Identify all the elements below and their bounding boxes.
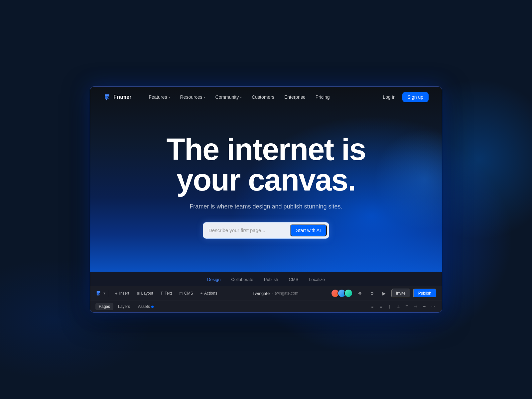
tab-assets[interactable]: Assets [135, 303, 157, 310]
framer-logo-icon [103, 93, 111, 101]
toolbar-insert-button[interactable]: + Insert [112, 289, 132, 298]
chevron-down-icon: ▾ [169, 95, 170, 99]
nav-link-enterprise[interactable]: Enterprise [280, 92, 310, 102]
avatar-3 [344, 289, 353, 298]
plus-icon: + [115, 291, 118, 296]
toolbar-center: Twingate · twingate.com [222, 291, 329, 296]
chevron-down-icon: ▾ [203, 95, 205, 99]
toolbar-play-button[interactable]: ▶ [379, 289, 389, 298]
toolbar-avatars [331, 289, 353, 298]
toolbar-layout-button[interactable]: ⊞ Layout [134, 289, 156, 297]
toolbar-site-url: twingate.com [275, 291, 299, 296]
chevron-down-icon: ▾ [240, 95, 242, 99]
bottom-tabs: Pages Layers Assets ≡ ≡ | ⊥ ⊤ ⊣ ⊢ ⋯ [90, 301, 442, 312]
tool-btn-6[interactable]: ⊣ [412, 303, 419, 310]
nav-link-resources[interactable]: Resources ▾ [176, 92, 209, 102]
tool-btn-4[interactable]: ⊥ [395, 303, 402, 310]
globe-icon: ⊕ [358, 291, 362, 296]
actions-icon: + [200, 291, 202, 295]
toolbar-text-button[interactable]: T Text [158, 289, 175, 297]
hero-section: The internet is your canvas. Framer is w… [90, 107, 442, 272]
toolbar-cms-button[interactable]: ◫ CMS [177, 289, 196, 297]
nav-actions: Log in Sign up [380, 92, 429, 102]
layout-icon: ⊞ [137, 291, 140, 296]
tab-design[interactable]: Design [206, 276, 222, 283]
main-toolbar: ▾ + Insert ⊞ Layout T Text ◫ CMS + Actio… [90, 286, 442, 301]
nav-link-pricing[interactable]: Pricing [312, 92, 334, 102]
cms-icon: ◫ [179, 291, 183, 296]
toolbar-framer-icon [95, 290, 101, 296]
invite-button[interactable]: Invite [391, 289, 410, 298]
start-with-ai-button[interactable]: Start with AI [290, 224, 327, 236]
signup-button[interactable]: Sign up [402, 92, 429, 102]
toolbar-arrow-icon: ▾ [103, 291, 105, 296]
toolbar-site-name: Twingate [252, 291, 270, 296]
tool-btn-3[interactable]: | [386, 303, 393, 310]
hero-subtitle: Framer is where teams design and publish… [190, 203, 342, 210]
toolbar-globe-button[interactable]: ⊕ [355, 289, 365, 298]
tab-cms[interactable]: CMS [288, 276, 300, 283]
ai-search-box: Start with AI [203, 222, 329, 239]
nav-link-community[interactable]: Community ▾ [211, 92, 246, 102]
nav-links: Features ▾ Resources ▾ Community ▾ Custo… [145, 92, 380, 102]
hero-title: The internet is your canvas. [167, 134, 366, 195]
assets-notification-dot [151, 306, 154, 308]
toolbar-settings-button[interactable]: ⚙ [367, 289, 377, 298]
text-icon: T [161, 291, 163, 296]
website-content: Framer Features ▾ Resources ▾ Community … [90, 87, 442, 272]
toolbar-area: Design Collaborate Publish CMS Localize … [90, 272, 442, 312]
tab-collaborate[interactable]: Collaborate [230, 276, 255, 283]
bottom-right-tools: ≡ ≡ | ⊥ ⊤ ⊣ ⊢ ⋯ [369, 303, 437, 310]
feature-tabs: Design Collaborate Publish CMS Localize [90, 272, 442, 286]
nav-link-features[interactable]: Features ▾ [145, 92, 174, 102]
nav-logo-text: Framer [113, 94, 131, 100]
tab-pages[interactable]: Pages [95, 303, 113, 310]
tool-btn-1[interactable]: ≡ [369, 303, 376, 310]
tool-btn-8[interactable]: ⋯ [429, 303, 437, 310]
tool-btn-7[interactable]: ⊢ [421, 303, 428, 310]
nav-logo[interactable]: Framer [103, 93, 131, 101]
toolbar-right: ⊕ ⚙ ▶ Invite Publish [331, 289, 437, 298]
toolbar-dot-separator: · [272, 291, 273, 296]
settings-icon: ⚙ [370, 291, 374, 296]
toolbar-divider-1 [109, 290, 109, 297]
ai-search-input[interactable] [208, 227, 290, 233]
tool-btn-5[interactable]: ⊤ [403, 303, 411, 310]
play-icon: ▶ [382, 291, 386, 296]
navigation: Framer Features ▾ Resources ▾ Community … [90, 87, 442, 107]
login-button[interactable]: Log in [380, 92, 398, 102]
tool-btn-2[interactable]: ≡ [377, 303, 385, 310]
tab-localize[interactable]: Localize [308, 276, 326, 283]
tab-layers[interactable]: Layers [115, 303, 133, 310]
toolbar-actions-button[interactable]: + Actions [198, 289, 220, 297]
browser-window: Framer Features ▾ Resources ▾ Community … [90, 86, 442, 313]
publish-button[interactable]: Publish [413, 289, 437, 298]
tab-publish[interactable]: Publish [263, 276, 280, 283]
nav-link-customers[interactable]: Customers [248, 92, 278, 102]
